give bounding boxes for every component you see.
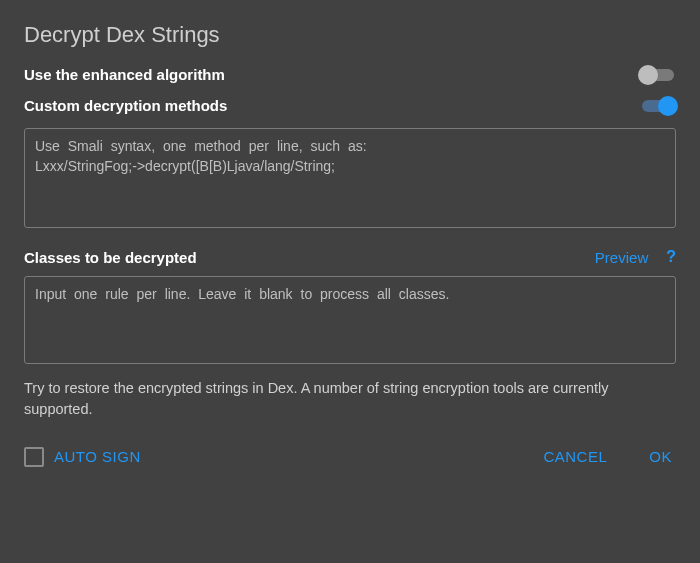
ok-button[interactable]: OK (645, 442, 676, 471)
auto-sign-option[interactable]: AUTO SIGN (24, 447, 141, 467)
classes-input[interactable] (24, 276, 676, 364)
auto-sign-label: AUTO SIGN (54, 448, 141, 465)
cancel-button[interactable]: CANCEL (539, 442, 611, 471)
classes-section-header: Classes to be decrypted Preview ? (24, 248, 676, 266)
custom-methods-row: Custom decryption methods (24, 97, 676, 114)
dialog-description: Try to restore the encrypted strings in … (24, 378, 676, 420)
dialog-footer: AUTO SIGN CANCEL OK (24, 442, 676, 471)
enhanced-algorithm-row: Use the enhanced algorithm (24, 66, 676, 83)
custom-methods-input[interactable] (24, 128, 676, 228)
custom-methods-toggle[interactable] (640, 98, 676, 114)
custom-methods-label: Custom decryption methods (24, 97, 227, 114)
dialog-title: Decrypt Dex Strings (24, 22, 676, 48)
auto-sign-checkbox[interactable] (24, 447, 44, 467)
help-icon[interactable]: ? (666, 248, 676, 266)
classes-section-label: Classes to be decrypted (24, 249, 197, 266)
enhanced-algorithm-label: Use the enhanced algorithm (24, 66, 225, 83)
preview-link[interactable]: Preview (595, 249, 648, 266)
enhanced-algorithm-toggle[interactable] (640, 67, 676, 83)
